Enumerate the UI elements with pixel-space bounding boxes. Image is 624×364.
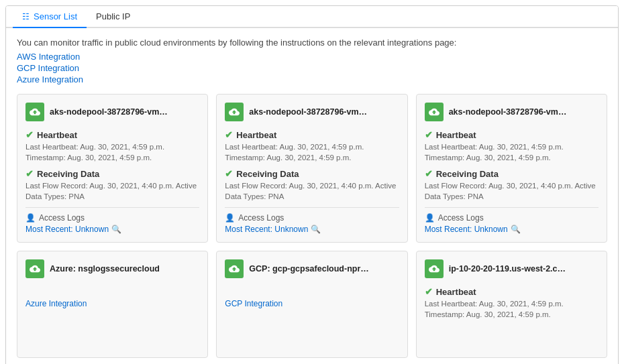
receiving-detail-3: Last Flow Record: Aug. 30, 2021, 4:40 p.… — [425, 180, 599, 202]
receiving-label-2: ✔ Receiving Data — [225, 168, 399, 179]
aws-integration-link[interactable]: AWS Integration — [17, 52, 607, 62]
heartbeat-label-3: ✔ Heartbeat — [425, 129, 599, 140]
cloud-upload-icon-2 — [225, 103, 244, 121]
check-icon-heartbeat-1: ✔ — [25, 129, 34, 140]
check-icon-heartbeat-2: ✔ — [225, 129, 233, 140]
tab-sensor-list[interactable]: ☷ Sensor List — [13, 6, 87, 28]
card-header-1: aks-nodepool-38728796-vmss0000... — [25, 103, 199, 121]
person-icon-1: 👤 — [25, 213, 36, 223]
tab-bar: ☷ Sensor List Public IP — [6, 6, 618, 28]
heartbeat-label-1: ✔ Heartbeat — [25, 129, 199, 140]
sensor-card-1: aks-nodepool-38728796-vmss0000... ✔ Hear… — [17, 94, 208, 243]
tab-public-ip[interactable]: Public IP — [87, 6, 140, 28]
heartbeat-label-6: ✔ Heartbeat — [425, 286, 599, 297]
main-container: ☷ Sensor List Public IP You can monitor … — [5, 5, 619, 364]
access-logs-label-2: 👤 Access Logs — [225, 213, 399, 223]
most-recent-1: Most Recent: Unknown 🔍 — [25, 225, 199, 234]
receiving-label-1: ✔ Receiving Data — [25, 168, 199, 179]
search-icon-3[interactable]: 🔍 — [511, 225, 521, 234]
card-header-5: GCP: gcp-gcpsafecloud-nprd-40978 — [225, 259, 399, 278]
gcp-integration-link[interactable]: GCP Integration — [17, 63, 607, 73]
access-logs-1: 👤 Access Logs Most Recent: Unknown 🔍 — [25, 207, 199, 234]
main-content: You can monitor traffic in public cloud … — [6, 28, 618, 364]
receiving-label-3: ✔ Receiving Data — [425, 168, 599, 179]
azure-card-link-section: Azure Integration — [25, 298, 199, 308]
access-logs-label-3: 👤 Access Logs — [425, 213, 599, 223]
card-header-2: aks-nodepool-38728796-vmss0000... — [225, 103, 399, 121]
card-title-1: aks-nodepool-38728796-vmss0000... — [50, 107, 170, 117]
access-logs-3: 👤 Access Logs Most Recent: Unknown 🔍 — [425, 207, 599, 234]
cloud-upload-icon-6 — [425, 259, 444, 278]
card-title-6: ip-10-20-20-119.us-west-2.comput... — [449, 264, 570, 274]
heartbeat-detail-6: Last Heartbeat: Aug. 30, 2021, 4:59 p.m.… — [425, 298, 599, 320]
receiving-detail-2: Last Flow Record: Aug. 30, 2021, 4:40 p.… — [225, 180, 399, 202]
cloud-upload-icon-3 — [425, 103, 444, 121]
card-header-3: aks-nodepool-38728796-vmss0000... — [425, 103, 599, 121]
access-logs-label-1: 👤 Access Logs — [25, 213, 199, 223]
heartbeat-section-1: ✔ Heartbeat Last Heartbeat: Aug. 30, 202… — [25, 129, 199, 163]
check-icon-receiving-1: ✔ — [25, 168, 34, 179]
gcp-card-integration-link[interactable]: GCP Integration — [225, 299, 282, 308]
azure-card-integration-link[interactable]: Azure Integration — [25, 299, 87, 308]
sensor-card-2: aks-nodepool-38728796-vmss0000... ✔ Hear… — [216, 94, 407, 243]
receiving-section-2: ✔ Receiving Data Last Flow Record: Aug. … — [225, 168, 399, 202]
heartbeat-section-6: ✔ Heartbeat Last Heartbeat: Aug. 30, 202… — [425, 286, 599, 320]
receiving-section-3: ✔ Receiving Data Last Flow Record: Aug. … — [425, 168, 599, 202]
heartbeat-detail-3: Last Heartbeat: Aug. 30, 2021, 4:59 p.m.… — [425, 141, 599, 163]
most-recent-2: Most Recent: Unknown 🔍 — [225, 225, 399, 234]
card-title-2: aks-nodepool-38728796-vmss0000... — [249, 107, 370, 117]
check-icon-receiving-2: ✔ — [225, 168, 233, 179]
receiving-detail-1: Last Flow Record: Aug. 30, 2021, 4:40 p.… — [25, 180, 199, 202]
search-icon-2[interactable]: 🔍 — [311, 225, 321, 234]
sensor-card-5: GCP: gcp-gcpsafecloud-nprd-40978 GCP Int… — [216, 251, 407, 358]
sensor-cards-grid: aks-nodepool-38728796-vmss0000... ✔ Hear… — [17, 94, 607, 358]
heartbeat-section-2: ✔ Heartbeat Last Heartbeat: Aug. 30, 202… — [225, 129, 399, 163]
info-text: You can monitor traffic in public cloud … — [17, 38, 607, 48]
card-header-4: Azure: nsglogssecurecloud — [25, 259, 199, 278]
heartbeat-detail-1: Last Heartbeat: Aug. 30, 2021, 4:59 p.m.… — [25, 141, 199, 163]
heartbeat-section-3: ✔ Heartbeat Last Heartbeat: Aug. 30, 202… — [425, 129, 599, 163]
card-header-6: ip-10-20-20-119.us-west-2.comput... — [425, 259, 599, 278]
cloud-upload-icon-1 — [25, 103, 44, 121]
receiving-section-1: ✔ Receiving Data Last Flow Record: Aug. … — [25, 168, 199, 202]
card-title-5: GCP: gcp-gcpsafecloud-nprd-40978 — [249, 264, 370, 274]
check-icon-heartbeat-3: ✔ — [425, 129, 433, 140]
most-recent-3: Most Recent: Unknown 🔍 — [425, 225, 599, 234]
access-logs-2: 👤 Access Logs Most Recent: Unknown 🔍 — [225, 207, 399, 234]
azure-integration-link[interactable]: Azure Integration — [17, 74, 607, 84]
sensor-card-3: aks-nodepool-38728796-vmss0000... ✔ Hear… — [416, 94, 607, 243]
gcp-card-link-section: GCP Integration — [225, 298, 399, 308]
sensor-card-4: Azure: nsglogssecurecloud Azure Integrat… — [17, 251, 208, 358]
heartbeat-detail-2: Last Heartbeat: Aug. 30, 2021, 4:59 p.m.… — [225, 141, 399, 163]
integration-links: AWS Integration GCP Integration Azure In… — [17, 52, 607, 84]
sensor-card-6: ip-10-20-20-119.us-west-2.comput... ✔ He… — [416, 251, 607, 358]
check-icon-heartbeat-6: ✔ — [425, 286, 433, 297]
search-icon-1[interactable]: 🔍 — [111, 225, 121, 234]
person-icon-3: 👤 — [425, 213, 435, 223]
cloud-upload-icon-5 — [225, 259, 244, 278]
person-icon-2: 👤 — [225, 213, 235, 223]
cloud-upload-icon-4 — [25, 259, 44, 278]
check-icon-receiving-3: ✔ — [425, 168, 433, 179]
card-title-4: Azure: nsglogssecurecloud — [50, 264, 160, 274]
heartbeat-label-2: ✔ Heartbeat — [225, 129, 399, 140]
most-recent-link-3[interactable]: Most Recent: Unknown — [425, 225, 508, 234]
most-recent-link-1[interactable]: Most Recent: Unknown — [25, 225, 109, 234]
list-icon: ☷ — [22, 12, 30, 21]
most-recent-link-2[interactable]: Most Recent: Unknown — [225, 225, 308, 234]
card-title-3: aks-nodepool-38728796-vmss0000... — [449, 107, 570, 117]
